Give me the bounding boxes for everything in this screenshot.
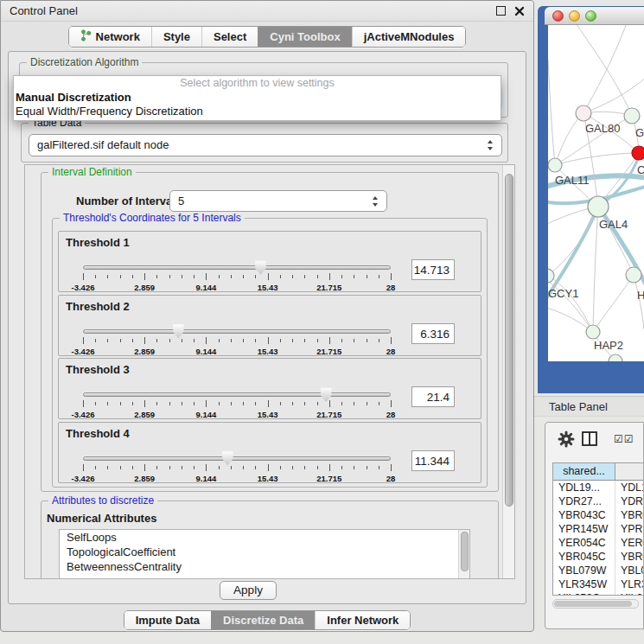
table-cell: YER054C [553,536,615,550]
tab-label: jActiveMNodules [364,30,455,43]
algorithm-option-manual-discretization[interactable]: Manual Discretization [14,91,501,105]
close-traffic-light-icon[interactable] [552,10,564,22]
node-attribute-table: shared... na YDL19...YDL1YDR27...YDR2YBR… [552,462,644,596]
tab-jactivemnodules[interactable]: jActiveMNodules [352,27,466,47]
network-node-label: HAP2 [594,339,623,352]
checked-checkboxes-icon[interactable]: ☑☑ [614,433,634,445]
network-edge[interactable] [548,207,598,276]
threshold-slider[interactable]: -3.4262.8599.14415.4321.71528 [83,322,391,356]
table-horizontal-scrollbar[interactable] [552,599,639,609]
table-row[interactable]: YPR145WYPR1 [553,522,644,536]
slider-ticks [83,273,391,281]
threshold-label: Threshold 4 [66,427,130,440]
network-window-titlebar[interactable] [545,7,644,25]
table-cell: YBR043C [553,508,615,522]
attribute-item-selfloops[interactable]: SelfLoops [60,530,469,545]
table-cell: YBR045C [553,550,615,564]
tab-select[interactable]: Select [201,27,258,47]
slider-track[interactable] [83,392,391,397]
network-edge[interactable] [634,275,644,329]
tab-cyni-toolbox[interactable]: Cyni Toolbox [258,27,351,47]
table-row[interactable]: YLR345WYLR3 [553,577,644,591]
table-row[interactable]: YER054CYER0 [553,536,644,550]
table-row[interactable]: YBL079WYBL0 [553,564,644,577]
table-cell: YDR2 [615,494,644,508]
attribute-item-topologicalcoefficient[interactable]: TopologicalCoefficient [60,545,469,559]
number-of-intervals-combobox[interactable]: 5 [169,190,387,212]
bottom-tab-impute-data[interactable]: Impute Data [124,611,211,629]
window-title: Control Panel [10,4,496,17]
network-node[interactable] [588,196,609,217]
column-header-shared-name[interactable]: shared... [553,463,615,481]
slider-track[interactable] [83,265,391,270]
gear-icon[interactable] [558,430,575,451]
network-node-label: GA [635,126,644,139]
table-row[interactable]: YBR045CYBR0 [553,550,644,564]
list-scrollbar[interactable] [458,530,469,579]
vertical-scrollbar[interactable] [502,165,514,578]
slider-ticks [83,400,391,408]
slider-track[interactable] [83,329,391,334]
network-edge[interactable] [593,275,634,332]
group-title: Discretization Algorithm [27,56,142,68]
network-node[interactable] [626,267,641,283]
vertical-scrollbar-thumb[interactable] [505,174,513,507]
network-edge[interactable] [555,113,583,165]
table-panel-titlebar: Table Panel [534,396,644,417]
table-hscrollbar-thumb[interactable] [554,601,632,607]
tab-bar: NetworkStyleSelectCyni ToolboxjActiveMNo… [68,26,467,48]
network-edge[interactable] [598,207,634,275]
number-of-intervals-label: Number of Intervals [76,194,182,207]
network-node[interactable] [632,146,644,160]
network-edge[interactable] [574,25,632,116]
control-panel-window: Control Panel NetworkStyleSelectCyni Too… [0,0,534,632]
algorithm-option-equal-width-frequency-discretization[interactable]: Equal Width/Frequency Discretization [14,105,501,118]
network-node[interactable] [624,108,640,124]
column-header-name[interactable]: na [615,463,644,481]
threshold-value-field[interactable]: 11.344 [411,450,455,471]
minimize-traffic-light-icon[interactable] [569,10,580,22]
threshold-slider[interactable]: -3.4262.8599.14415.4321.71528 [83,385,391,419]
network-edge[interactable] [555,153,639,165]
network-edge[interactable] [548,60,555,165]
network-node[interactable] [586,325,600,339]
table-row[interactable]: YDR27...YDR2 [553,494,644,508]
attribute-item-betweennesscentrality[interactable]: BetweennessCentrality [60,559,469,574]
float-window-icon[interactable] [496,6,506,16]
tab-label: Infer Network [327,614,399,627]
apply-button[interactable]: Apply [220,581,277,600]
table-header-row: shared... na [553,463,644,481]
close-icon[interactable] [514,6,525,16]
network-edge[interactable] [583,25,628,113]
slider-tick-labels: -3.4262.8599.14415.4321.71528 [83,347,391,357]
network-node[interactable] [548,158,562,172]
numerical-attributes-label: Numerical Attributes [47,512,156,525]
bottom-tab-discretize-data[interactable]: Discretize Data [211,611,315,629]
threshold-label: Threshold 1 [66,236,130,249]
table-row[interactable]: YDL19...YDL1 [553,481,644,494]
table-row[interactable]: YIL052CYIL0 [553,591,644,596]
table-row[interactable]: YBR043CYBR0 [553,508,644,522]
tab-network[interactable]: Network [69,27,151,47]
zoom-traffic-light-icon[interactable] [585,10,596,22]
network-node-label: GAL80 [585,122,620,135]
list-scrollbar-thumb[interactable] [461,532,469,571]
network-edge[interactable] [593,207,598,332]
bottom-tab-infer-network[interactable]: Infer Network [315,611,410,629]
table-cell: YBR0 [615,550,644,564]
table-cell: YLR345W [553,577,615,591]
threshold-value-field[interactable]: 6.316 [411,323,455,344]
algorithm-popup-list: Manual DiscretizationEqual Width/Frequen… [14,91,501,118]
split-columns-icon[interactable] [582,431,597,450]
cyni-toolbox-content: Discretization Algorithm Select algorith… [8,51,526,604]
network-node[interactable] [576,105,591,121]
network-canvas[interactable]: GAL80GACGAL11GAL4GCY1HHAP2 [548,25,644,361]
table-cell: YLR3 [615,577,644,591]
threshold-value-field[interactable]: 14.713 [411,259,455,280]
slider-track[interactable] [83,456,391,461]
table-data-combobox[interactable]: galFiltered.sif default node [29,134,502,156]
tab-style[interactable]: Style [151,27,201,47]
threshold-slider[interactable]: -3.4262.8599.14415.4321.71528 [83,258,391,292]
threshold-slider[interactable]: -3.4262.8599.14415.4321.71528 [83,449,391,483]
threshold-value-field[interactable]: 21.4 [411,386,455,407]
